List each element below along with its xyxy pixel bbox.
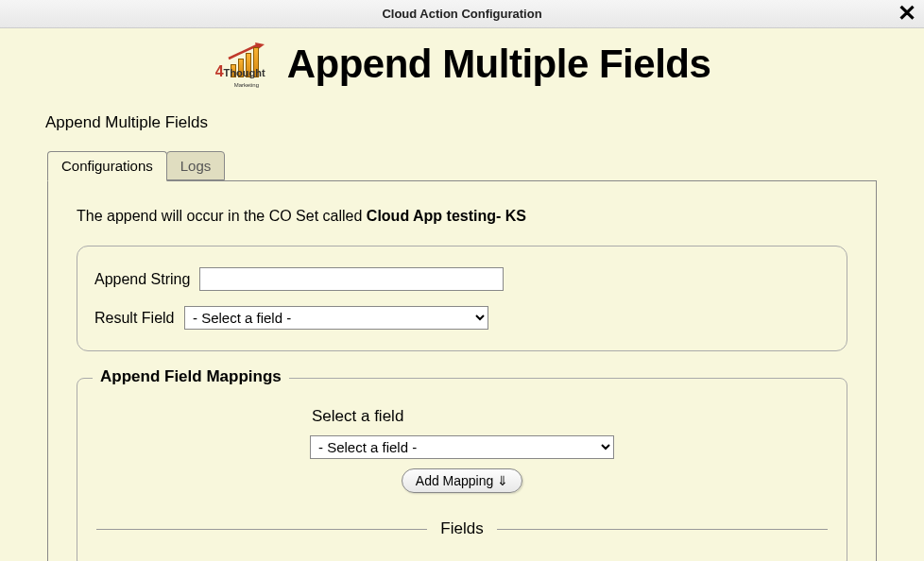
info-text: The append will occur in the CO Set call… xyxy=(77,208,847,225)
append-string-input[interactable] xyxy=(199,267,504,291)
window-title: Cloud Action Configuration xyxy=(382,7,541,21)
subtitle: Append Multiple Fields xyxy=(45,113,924,132)
fields-divider: Fields xyxy=(96,519,828,538)
append-config-box: Append String Result Field - Select a fi… xyxy=(77,246,847,351)
result-field-select[interactable]: - Select a field - xyxy=(184,306,488,330)
append-string-row: Append String xyxy=(94,267,830,291)
append-string-label: Append String xyxy=(94,271,190,288)
close-icon[interactable]: ✕ xyxy=(898,2,916,25)
title-bar: Cloud Action Configuration ✕ xyxy=(0,0,924,28)
result-field-row: Result Field - Select a field - xyxy=(94,306,830,330)
page-title: Append Multiple Fields xyxy=(287,42,711,87)
divider-line-right xyxy=(497,529,828,530)
tab-logs[interactable]: Logs xyxy=(166,151,226,180)
mapping-section: Select a field - Select a field - Add Ma… xyxy=(96,407,828,538)
append-field-mappings-box: Append Field Mappings Select a field - S… xyxy=(77,378,847,561)
mapping-select-label: Select a field xyxy=(312,407,828,426)
logo-4thought: 4Thought Marketing xyxy=(214,40,278,89)
divider-text: Fields xyxy=(427,519,496,538)
logo-text: 4Thought Marketing xyxy=(215,63,265,89)
content-area: 4Thought Marketing Append Multiple Field… xyxy=(0,28,924,561)
tab-content-configurations: The append will occur in the CO Set call… xyxy=(47,180,877,561)
mapping-field-select[interactable]: - Select a field - xyxy=(310,435,614,459)
header-section: 4Thought Marketing Append Multiple Field… xyxy=(0,28,924,96)
tabs: Configurations Logs xyxy=(47,151,877,180)
result-field-label: Result Field xyxy=(94,310,175,327)
tabs-container: Configurations Logs The append will occu… xyxy=(47,151,877,561)
divider-line-left xyxy=(96,529,427,530)
info-prefix: The append will occur in the CO Set call… xyxy=(77,208,367,224)
info-setname: Cloud App testing- KS xyxy=(367,208,526,224)
add-mapping-button[interactable]: Add Mapping ⇓ xyxy=(402,468,522,493)
mappings-legend: Append Field Mappings xyxy=(93,367,289,386)
tab-configurations[interactable]: Configurations xyxy=(47,151,167,181)
